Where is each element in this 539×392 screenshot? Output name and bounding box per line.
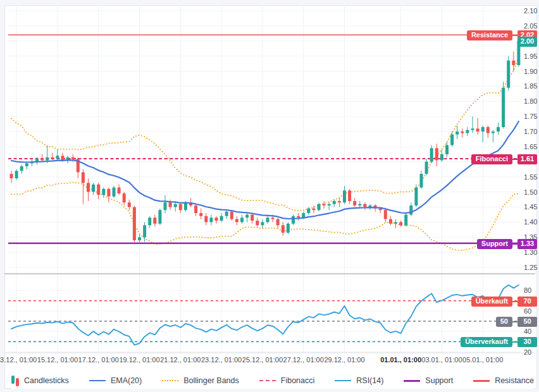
candle[interactable]	[486, 127, 490, 133]
fibonacci-level-label[interactable]: Fibonacci 1.61	[471, 154, 537, 164]
candle[interactable]	[471, 128, 474, 130]
candle[interactable]	[138, 237, 141, 240]
candle[interactable]	[276, 219, 280, 226]
candle[interactable]	[199, 213, 202, 216]
candle[interactable]	[323, 204, 326, 205]
candle[interactable]	[266, 217, 270, 222]
price-chart-canvas[interactable]: 2.102.052.001.951.901.851.801.751.701.65…	[0, 0, 539, 369]
candle[interactable]	[297, 216, 300, 217]
candle[interactable]	[348, 190, 351, 201]
candle[interactable]	[271, 217, 275, 219]
rsi-line[interactable]	[11, 285, 519, 345]
candle[interactable]	[97, 185, 100, 195]
candle[interactable]	[25, 163, 28, 166]
candle[interactable]	[338, 201, 341, 202]
candle[interactable]	[256, 221, 259, 225]
candle[interactable]	[82, 173, 85, 183]
candle[interactable]	[394, 222, 397, 223]
candle[interactable]	[328, 204, 331, 205]
candle[interactable]	[512, 61, 515, 65]
candle[interactable]	[179, 204, 182, 211]
candle[interactable]	[209, 217, 213, 222]
candle[interactable]	[194, 205, 197, 213]
ema-line[interactable]	[11, 121, 519, 219]
candle[interactable]	[230, 212, 233, 219]
candle[interactable]	[118, 187, 121, 193]
candle[interactable]	[318, 204, 321, 211]
candle[interactable]	[123, 193, 126, 202]
candle[interactable]	[235, 219, 239, 223]
candle[interactable]	[92, 185, 95, 192]
candle[interactable]	[307, 209, 310, 213]
fibonacci-pill[interactable]: Fibonacci	[471, 154, 512, 164]
candle[interactable]	[404, 214, 407, 225]
candle[interactable]	[435, 148, 438, 160]
candle[interactable]	[384, 210, 387, 219]
candle[interactable]	[492, 132, 495, 133]
candle[interactable]	[225, 212, 228, 216]
rsi-oversold-pill[interactable]: Überverkauft	[461, 337, 512, 347]
candle[interactable]	[302, 213, 305, 217]
candle[interactable]	[174, 204, 177, 207]
candle[interactable]	[363, 204, 366, 207]
legend-item-resistance[interactable]: Resistance	[473, 376, 534, 385]
candle[interactable]	[169, 202, 172, 207]
candle[interactable]	[358, 204, 361, 205]
candle[interactable]	[476, 128, 480, 132]
candle[interactable]	[46, 157, 49, 161]
candle[interactable]	[261, 222, 264, 225]
candle[interactable]	[343, 190, 346, 202]
candle[interactable]	[215, 217, 218, 221]
candle[interactable]	[389, 219, 392, 224]
candle[interactable]	[445, 145, 449, 154]
candle[interactable]	[61, 156, 65, 160]
support-level-label[interactable]: Support 1.33	[477, 238, 537, 249]
rsi-mid-pill[interactable]: 50	[496, 317, 512, 327]
candle[interactable]	[184, 202, 187, 210]
candle[interactable]	[113, 187, 116, 196]
candle[interactable]	[287, 224, 290, 233]
candle[interactable]	[240, 217, 244, 222]
candle[interactable]	[409, 205, 412, 214]
candle[interactable]	[20, 166, 23, 171]
candle[interactable]	[333, 201, 336, 204]
candle[interactable]	[51, 157, 54, 159]
candle[interactable]	[425, 162, 428, 174]
legend-item-bollinger[interactable]: Bollinger Bands	[162, 376, 239, 385]
candle[interactable]	[292, 216, 295, 224]
candle[interactable]	[10, 174, 13, 178]
rsi-oversold-label[interactable]: Überverkauft 30	[461, 336, 537, 347]
candle[interactable]	[353, 201, 356, 205]
bollinger-lower-line[interactable]	[11, 182, 519, 250]
candle[interactable]	[87, 183, 90, 192]
legend-item-rsi[interactable]: RSI(14)	[335, 376, 383, 385]
candle[interactable]	[204, 216, 208, 223]
legend-item-fibonacci[interactable]: Fibonacci	[259, 376, 315, 385]
candle[interactable]	[399, 222, 402, 225]
rsi-overbought-pill[interactable]: Überkauft	[471, 297, 512, 307]
candle[interactable]	[455, 132, 459, 135]
legend-item-ema[interactable]: EMA(20)	[89, 376, 142, 385]
candle[interactable]	[282, 225, 285, 233]
support-pill[interactable]: Support	[477, 239, 512, 249]
candle[interactable]	[71, 157, 75, 159]
candle[interactable]	[507, 61, 510, 88]
legend-item-candlesticks[interactable]: Candlesticks	[11, 376, 69, 386]
candle[interactable]	[379, 209, 382, 210]
candle[interactable]	[128, 202, 131, 207]
candle[interactable]	[461, 132, 464, 133]
candle[interactable]	[440, 154, 443, 161]
candle[interactable]	[502, 88, 505, 127]
candle[interactable]	[40, 159, 44, 160]
legend-item-support[interactable]: Support	[404, 376, 453, 385]
candle[interactable]	[251, 214, 254, 221]
candle[interactable]	[420, 174, 423, 187]
candle[interactable]	[466, 130, 469, 133]
candle[interactable]	[143, 225, 146, 237]
candle[interactable]	[245, 214, 249, 217]
candle[interactable]	[107, 189, 110, 197]
candle[interactable]	[220, 216, 223, 221]
candle[interactable]	[15, 171, 18, 178]
rsi-mid-label[interactable]: 50 50	[496, 316, 537, 327]
resistance-pill[interactable]: Resistance	[467, 30, 512, 40]
